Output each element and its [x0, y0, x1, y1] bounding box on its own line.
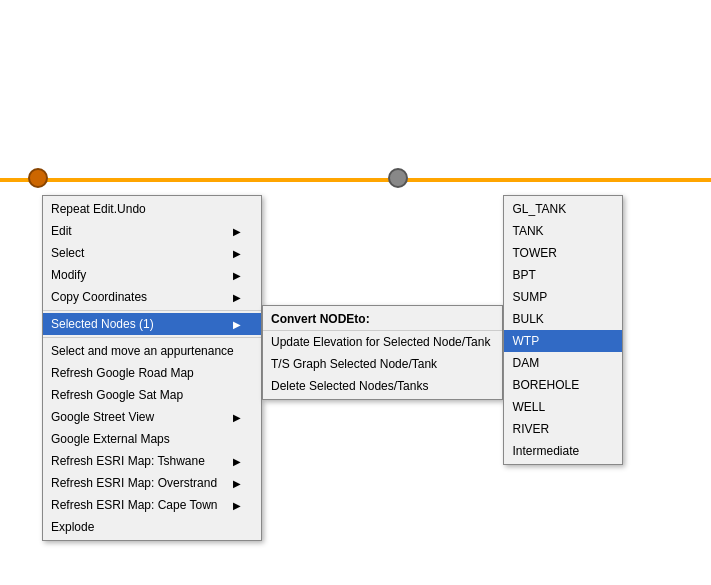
primary-context-menu[interactable]: Repeat Edit.UndoEdit▶Select▶Modify▶Copy … — [42, 195, 262, 541]
node-type-well[interactable]: WELL — [504, 396, 622, 418]
menu-item-label: Select — [51, 246, 84, 260]
submenu2-item-ts-graph-selected-nodetank[interactable]: T/S Graph Selected Node/Tank — [263, 353, 502, 375]
menu-item-refresh-google-sat-map[interactable]: Refresh Google Sat Map — [43, 384, 261, 406]
menu-item-repeat-editundo[interactable]: Repeat Edit.Undo — [43, 198, 261, 220]
node-dot-right[interactable] — [388, 168, 408, 188]
menu-item-label: Refresh ESRI Map: Overstrand — [51, 476, 217, 490]
menu-item-label: Edit — [51, 224, 72, 238]
menu-item-label: Google External Maps — [51, 432, 170, 446]
menu-item-label: Modify — [51, 268, 86, 282]
convert-node-title: Convert NODEto: — [263, 308, 502, 331]
submenu-arrow-icon: ▶ — [233, 319, 241, 330]
menu-item-label: Selected Nodes (1) — [51, 317, 154, 331]
menu-item-refresh-esri-map-cape-town[interactable]: Refresh ESRI Map: Cape Town▶ — [43, 494, 261, 516]
submenu-arrow-icon: ▶ — [233, 478, 241, 489]
node-dot-left[interactable] — [28, 168, 48, 188]
submenu-arrow-icon: ▶ — [233, 456, 241, 467]
node-type-river[interactable]: RIVER — [504, 418, 622, 440]
menu-item-modify[interactable]: Modify▶ — [43, 264, 261, 286]
menu-item-selected-nodes-1[interactable]: Selected Nodes (1)▶ — [43, 313, 261, 335]
menu-separator-1 — [43, 310, 261, 311]
submenu-arrow-icon: ▶ — [233, 500, 241, 511]
menu-item-select-and-move-an-appurtenance[interactable]: Select and move an appurtenance — [43, 340, 261, 362]
node-type-bpt[interactable]: BPT — [504, 264, 622, 286]
submenu2-item-update-elevation-for-selected-nodetank[interactable]: Update Elevation for Selected Node/Tank — [263, 331, 502, 353]
menu-item-label: Repeat Edit.Undo — [51, 202, 146, 216]
menu-item-label: Refresh ESRI Map: Tshwane — [51, 454, 205, 468]
menu-item-refresh-esri-map-tshwane[interactable]: Refresh ESRI Map: Tshwane▶ — [43, 450, 261, 472]
menu-item-label: Refresh Google Road Map — [51, 366, 194, 380]
menu-item-refresh-google-road-map[interactable]: Refresh Google Road Map — [43, 362, 261, 384]
node-type-bulk[interactable]: BULK — [504, 308, 622, 330]
context-menu-wrapper: Repeat Edit.UndoEdit▶Select▶Modify▶Copy … — [42, 195, 623, 541]
node-type-gl_tank[interactable]: GL_TANK — [504, 198, 622, 220]
node-type-borehole[interactable]: BOREHOLE — [504, 374, 622, 396]
menu-separator-2 — [43, 337, 261, 338]
submenu-arrow-icon: ▶ — [233, 412, 241, 423]
node-type-sump[interactable]: SUMP — [504, 286, 622, 308]
submenu-node-types[interactable]: GL_TANKTANKTOWERBPTSUMPBULKWTPDAMBOREHOL… — [503, 195, 623, 465]
menu-item-label: Explode — [51, 520, 94, 534]
node-type-wtp[interactable]: WTP — [504, 330, 622, 352]
pipeline-line — [0, 178, 711, 182]
menu-item-refresh-esri-map-overstrand[interactable]: Refresh ESRI Map: Overstrand▶ — [43, 472, 261, 494]
submenu-arrow-icon: ▶ — [233, 292, 241, 303]
node-type-dam[interactable]: DAM — [504, 352, 622, 374]
node-type-intermediate[interactable]: Intermediate — [504, 440, 622, 462]
menu-item-select[interactable]: Select▶ — [43, 242, 261, 264]
menu-item-edit[interactable]: Edit▶ — [43, 220, 261, 242]
menu-item-label: Copy Coordinates — [51, 290, 147, 304]
submenu-arrow-icon: ▶ — [233, 226, 241, 237]
submenu-convert-node[interactable]: Convert NODEto:Update Elevation for Sele… — [262, 305, 503, 400]
menu-item-copy-coordinates[interactable]: Copy Coordinates▶ — [43, 286, 261, 308]
submenu-arrow-icon: ▶ — [233, 270, 241, 281]
menu-item-google-external-maps[interactable]: Google External Maps — [43, 428, 261, 450]
menu-item-label: Google Street View — [51, 410, 154, 424]
node-type-tank[interactable]: TANK — [504, 220, 622, 242]
menu-item-explode[interactable]: Explode — [43, 516, 261, 538]
submenu2-item-delete-selected-nodestanks[interactable]: Delete Selected Nodes/Tanks — [263, 375, 502, 397]
menu-item-label: Select and move an appurtenance — [51, 344, 234, 358]
menu-item-label: Refresh ESRI Map: Cape Town — [51, 498, 218, 512]
menu-item-label: Refresh Google Sat Map — [51, 388, 183, 402]
submenu-arrow-icon: ▶ — [233, 248, 241, 259]
menu-item-google-street-view[interactable]: Google Street View▶ — [43, 406, 261, 428]
node-type-tower[interactable]: TOWER — [504, 242, 622, 264]
